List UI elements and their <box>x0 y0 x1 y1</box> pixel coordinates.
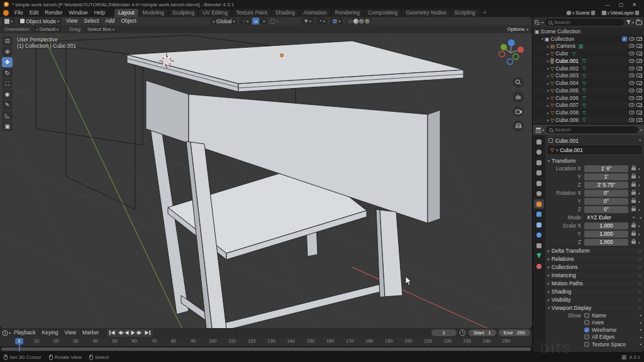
outliner-row-cube[interactable]: ▸▽Cube▽ <box>533 50 644 57</box>
outliner-row-camera[interactable]: ▸▤Camera▥ <box>533 43 644 50</box>
transform-panel-header[interactable]: ▾ Transform <box>548 156 641 165</box>
animate-dot[interactable]: • <box>638 231 640 237</box>
section-motion-paths[interactable]: ▸Motion Paths≡ <box>548 279 641 287</box>
section-relations[interactable]: ▸Relations≡ <box>548 255 641 263</box>
snap-toggle[interactable]: ∪ <box>252 18 259 25</box>
shading-rendered-button[interactable] <box>365 19 370 24</box>
expand-arrow-icon[interactable]: ▸ <box>546 52 550 56</box>
disable-in-renders-icon[interactable] <box>636 89 642 92</box>
outliner-display-mode-dropdown[interactable]: ▾ <box>535 19 543 25</box>
gizmo-y-neg[interactable] <box>513 54 519 60</box>
overlays-dropdown[interactable]: ◔ ▾ <box>316 18 328 25</box>
viewport-menu-select[interactable]: Select <box>81 18 103 24</box>
animate-dot[interactable]: • <box>638 239 640 245</box>
chevron-down-icon[interactable]: ▾ <box>640 128 642 132</box>
outliner-row-cube.004[interactable]: ▸▽Cube.004▽ <box>533 79 644 87</box>
show-gizmo-dropdown[interactable]: ✛ ▾ <box>301 18 314 25</box>
tab-texture-paint[interactable]: Texture Paint <box>232 9 272 17</box>
transform-value-field[interactable]: 0° <box>584 206 628 213</box>
properties-tab-tool[interactable] <box>534 137 544 146</box>
expand-arrow-icon[interactable]: ▸ <box>546 44 550 48</box>
viewport-menu-view[interactable]: View <box>63 18 80 24</box>
menu-edit[interactable]: Edit <box>26 9 42 16</box>
tab-animation[interactable]: Animation <box>299 9 331 17</box>
timeline-scrollbar[interactable] <box>1 348 531 351</box>
view-layer-selector[interactable]: ▾ ViewLayer <box>599 9 641 16</box>
zoom-button[interactable] <box>513 77 524 88</box>
maximize-button[interactable]: ▢ <box>619 2 624 8</box>
animate-dot[interactable]: • <box>640 320 641 326</box>
section-shading[interactable]: ▸Shading≡ <box>548 287 641 295</box>
tab-geometry-nodes[interactable]: Geometry Nodes <box>402 9 450 17</box>
start-frame-field[interactable]: Start 1 <box>469 329 496 336</box>
properties-tab-render[interactable] <box>534 148 544 157</box>
viewport-3d[interactable]: ▾ Object Mode ▾ ViewSelectAddObject ⟂ Gl… <box>0 17 532 328</box>
mode-dropdown[interactable]: Object Mode ▾ <box>18 18 62 25</box>
disable-in-renders-icon[interactable] <box>636 59 642 63</box>
transform-value-field[interactable]: 1.000 <box>584 239 628 246</box>
playhead[interactable]: 1 <box>15 338 23 344</box>
hide-in-viewport-icon[interactable] <box>629 74 635 77</box>
timeline-menu-playback[interactable]: Playback <box>11 329 39 337</box>
panel-grip[interactable]: ≡ <box>638 256 641 262</box>
checkbox-all-edges[interactable] <box>584 334 589 339</box>
pin-icon[interactable]: ⌖ <box>638 138 641 144</box>
viewport-display-panel-header[interactable]: ▾ Viewport Display ≡ <box>548 304 641 312</box>
play-button[interactable] <box>130 330 136 336</box>
current-frame-field[interactable]: 1 <box>431 329 457 336</box>
hide-in-viewport-icon[interactable] <box>629 103 635 107</box>
expand-arrow-icon[interactable]: ▸ <box>546 118 550 122</box>
checkbox-axes[interactable] <box>584 320 589 325</box>
collection-checkbox[interactable]: ✓ <box>622 36 627 41</box>
outliner-row-cube.008[interactable]: ▸▽Cube.008▽ <box>533 109 644 116</box>
xray-dropdown[interactable]: ▥ ▾ <box>330 18 343 25</box>
panel-grip[interactable]: ≡ <box>638 281 641 287</box>
outliner-row-cube.006[interactable]: ▸▽Cube.006▽ <box>533 94 644 102</box>
expand-arrow-icon[interactable]: ▸ <box>546 88 550 92</box>
object-name-field[interactable]: ▽ ▾ Cube.001 <box>548 146 641 154</box>
timeline-ruler[interactable]: 1 10203040506070809010011012013014015016… <box>0 337 532 346</box>
panel-grip[interactable]: ≡ <box>638 297 641 303</box>
properties-tab-world[interactable] <box>534 189 544 199</box>
disable-in-renders-icon[interactable] <box>636 74 642 77</box>
tab-shading[interactable]: Shading <box>272 9 299 17</box>
end-frame-field[interactable]: End 250 <box>499 329 530 336</box>
animate-dot[interactable]: • <box>640 327 641 332</box>
animate-dot[interactable]: • <box>638 199 640 204</box>
panel-grip[interactable]: ≡ <box>638 289 641 295</box>
editor-type-button[interactable]: ▾ <box>2 18 15 25</box>
snap-with-dropdown[interactable]: ▾ <box>260 18 267 25</box>
outliner-row-collection[interactable]: ▾▣Collection✓ <box>533 35 644 43</box>
animate-dot[interactable]: • <box>640 334 641 340</box>
outliner-row-cube.005[interactable]: ▸▽Cube.005▽ <box>533 87 644 94</box>
hide-in-viewport-icon[interactable] <box>629 89 635 92</box>
menu-render[interactable]: Render <box>42 9 65 16</box>
outliner-filter-dropdown[interactable]: ▾ <box>626 19 634 25</box>
checkbox-wireframe[interactable]: ✓ <box>584 327 589 332</box>
lock-icon[interactable] <box>631 175 636 178</box>
gizmo-z-neg[interactable] <box>508 59 513 65</box>
outliner-row-scene-collection[interactable]: ▣Scene Collection <box>533 28 644 35</box>
hide-in-viewport-icon[interactable] <box>629 67 635 70</box>
checkbox-name[interactable] <box>584 313 589 318</box>
outliner-row-cube.009[interactable]: ▸▽Cube.009▽ <box>533 116 644 124</box>
shading-solid-button[interactable] <box>353 19 358 24</box>
lock-icon[interactable] <box>631 241 636 244</box>
blender-menu-icon[interactable] <box>3 10 9 16</box>
checkbox-texture-space[interactable] <box>584 342 589 347</box>
lock-icon[interactable] <box>631 192 636 195</box>
jump-to-start-button[interactable] <box>109 330 116 336</box>
play-reverse-button[interactable] <box>124 330 130 336</box>
proportional-edit-toggle[interactable]: ◯ <box>269 18 277 24</box>
tool-rotate[interactable]: ↻ <box>2 68 13 78</box>
hide-in-viewport-icon[interactable] <box>629 111 635 114</box>
animate-dot[interactable]: • <box>640 341 641 347</box>
new-collection-button[interactable] <box>636 19 642 25</box>
tab-sculpting[interactable]: Sculpting <box>169 9 199 17</box>
tool-annotate[interactable]: ✎ <box>2 100 13 110</box>
tool-add-cube[interactable]: ▣ <box>2 121 13 131</box>
expand-arrow-icon[interactable]: ▸ <box>546 66 550 70</box>
transform-value-field[interactable]: 0° <box>584 198 628 205</box>
gizmo-x-neg[interactable] <box>499 52 505 57</box>
shading-wireframe-button[interactable] <box>348 19 353 24</box>
